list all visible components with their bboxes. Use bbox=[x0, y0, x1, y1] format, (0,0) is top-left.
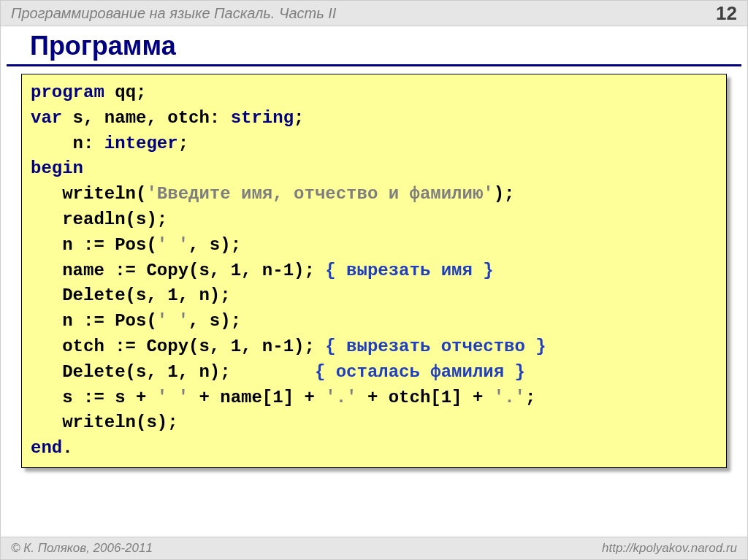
code-text: qq; bbox=[104, 83, 147, 102]
code-text: , s); bbox=[188, 311, 241, 331]
code-text: Delete(s, 1, n); bbox=[31, 362, 315, 382]
header-title: Программирование на языке Паскаль. Часть… bbox=[11, 5, 336, 22]
footer-url: http://kpolyakov.narod.ru bbox=[602, 541, 737, 556]
code-text: writeln( bbox=[31, 184, 146, 204]
copyright: © К. Поляков, 2006-2011 bbox=[11, 541, 153, 556]
string-literal: '.' bbox=[494, 388, 525, 407]
code-text: Delete(s, 1, n); bbox=[31, 285, 231, 305]
footer-bar: © К. Поляков, 2006-2011 http://kpolyakov… bbox=[1, 537, 747, 559]
code-text: ); bbox=[494, 184, 515, 204]
kw-end: end bbox=[31, 438, 62, 458]
code-text: , s); bbox=[188, 235, 241, 255]
code-text: ; bbox=[178, 134, 188, 153]
string-literal: ' ' bbox=[157, 311, 188, 331]
header-bar: Программирование на языке Паскаль. Часть… bbox=[1, 1, 747, 26]
code-text: s := s + bbox=[31, 388, 157, 407]
code-text: + name[1] + bbox=[188, 388, 325, 407]
kw-begin: begin bbox=[31, 158, 83, 178]
code-text: readln(s); bbox=[31, 210, 167, 229]
comment: { осталась фамилия } bbox=[315, 362, 525, 382]
code-listing: program qq; var s, name, otch: string; n… bbox=[31, 80, 717, 461]
kw-integer: integer bbox=[104, 134, 178, 153]
kw-var: var bbox=[31, 108, 62, 128]
code-text: . bbox=[62, 438, 72, 458]
string-literal: ' ' bbox=[157, 235, 188, 255]
string-literal: 'Введите имя, отчество и фамилию' bbox=[146, 184, 493, 204]
slide-title: Программа bbox=[7, 26, 741, 66]
kw-string: string bbox=[231, 108, 294, 128]
slide: Программирование на языке Паскаль. Часть… bbox=[0, 0, 748, 560]
code-text: n := Pos( bbox=[31, 235, 157, 255]
comment: { вырезать имя } bbox=[325, 261, 493, 280]
code-text: n := Pos( bbox=[31, 311, 157, 331]
code-text: ; bbox=[294, 108, 304, 128]
code-text: name := Copy(s, 1, n-1); bbox=[31, 261, 325, 280]
code-text: ; bbox=[525, 388, 535, 407]
string-literal: ' ' bbox=[157, 388, 188, 407]
kw-program: program bbox=[31, 83, 104, 102]
code-panel: program qq; var s, name, otch: string; n… bbox=[21, 74, 727, 468]
comment: { вырезать отчество } bbox=[325, 337, 546, 356]
string-literal: '.' bbox=[325, 388, 356, 407]
code-text: n: bbox=[31, 134, 104, 153]
code-text: otch := Copy(s, 1, n-1); bbox=[31, 337, 325, 356]
page-number: 12 bbox=[716, 2, 737, 25]
code-text: writeln(s); bbox=[31, 413, 178, 432]
code-text: + otch[1] + bbox=[357, 388, 494, 407]
code-box: program qq; var s, name, otch: string; n… bbox=[21, 74, 727, 468]
code-text: s, name, otch: bbox=[62, 108, 230, 128]
